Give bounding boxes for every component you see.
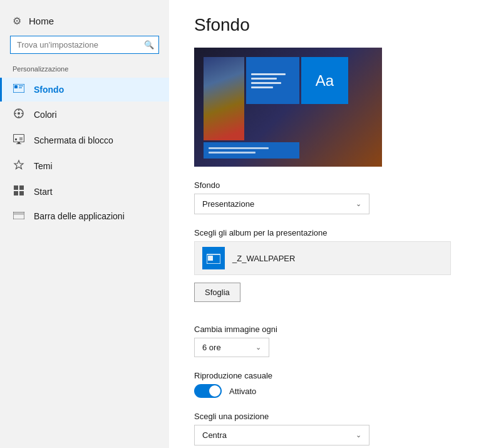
- sidebar-item-barra[interactable]: Barra delle applicazioni: [0, 204, 169, 228]
- tile-bottom: [204, 142, 299, 159]
- sfoglia-button[interactable]: Sfoglia: [194, 283, 240, 302]
- svg-rect-12: [16, 143, 21, 144]
- svg-rect-11: [18, 142, 20, 143]
- posizione-section: Scegli una posizione Centra ⌄: [194, 412, 476, 445]
- schermata-icon: [13, 134, 25, 147]
- cambia-dropdown[interactable]: 6 ore ⌄: [194, 338, 269, 357]
- posizione-value: Centra: [202, 430, 227, 440]
- svg-rect-15: [14, 185, 18, 190]
- wallpaper-preview: Aa: [194, 48, 382, 167]
- main-content: Sfondo Aa Sfondo Presenta: [169, 0, 501, 448]
- search-container: 🔍: [0, 36, 169, 65]
- temi-icon: [13, 159, 25, 173]
- start-icon: [13, 185, 25, 198]
- album-item[interactable]: _Z_WALLPAPER: [194, 241, 451, 275]
- sfondo-dropdown-value: Presentazione: [202, 199, 254, 209]
- sfondo-dropdown-chevron: ⌄: [356, 200, 361, 208]
- sidebar-item-schermata-label: Schermata di blocco: [34, 135, 113, 145]
- home-label: Home: [29, 16, 54, 26]
- home-icon: ⚙: [13, 15, 21, 27]
- svg-rect-18: [19, 191, 24, 195]
- section-label: Personalizzazione: [0, 65, 169, 78]
- sfondo-dropdown[interactable]: Presentazione ⌄: [194, 194, 369, 214]
- album-section-label: Scegli gli album per la presentazione: [194, 228, 476, 237]
- tile-lines: [246, 57, 299, 104]
- sidebar-item-start-label: Start: [34, 187, 53, 197]
- search-input[interactable]: [10, 36, 159, 54]
- sidebar: ⚙ Home 🔍 Personalizzazione Sfondo: [0, 0, 169, 448]
- posizione-chevron: ⌄: [356, 431, 361, 439]
- sidebar-item-start[interactable]: Start: [0, 179, 169, 204]
- sidebar-item-colori-label: Colori: [34, 110, 57, 120]
- svg-rect-14: [19, 137, 23, 140]
- svg-rect-17: [14, 191, 18, 195]
- svg-rect-22: [208, 256, 213, 261]
- casuale-label: Riproduzione casuale: [194, 371, 476, 380]
- sidebar-item-temi[interactable]: Temi: [0, 153, 169, 179]
- toggle-knob: [209, 385, 220, 397]
- casuale-toggle[interactable]: [194, 384, 222, 398]
- sfondo-dropdown-label: Sfondo: [194, 180, 476, 190]
- colori-icon: [13, 108, 25, 122]
- svg-rect-16: [19, 185, 24, 190]
- sidebar-item-temi-label: Temi: [34, 161, 53, 171]
- cambia-label: Cambia immagine ogni: [194, 325, 476, 334]
- barra-icon: [13, 211, 25, 222]
- tile-aa: Aa: [301, 57, 348, 104]
- home-button[interactable]: ⚙ Home: [0, 10, 169, 36]
- cambia-section: Cambia immagine ogni 6 ore ⌄: [194, 325, 476, 357]
- sidebar-item-sfondo-label: Sfondo: [34, 85, 64, 95]
- album-icon: [202, 247, 225, 269]
- sidebar-item-sfondo[interactable]: Sfondo: [0, 78, 169, 102]
- album-section: Scegli gli album per la presentazione _Z…: [194, 228, 476, 313]
- svg-rect-13: [15, 138, 17, 140]
- page-title: Sfondo: [194, 15, 476, 35]
- svg-point-5: [18, 112, 20, 115]
- sidebar-item-colori[interactable]: Colori: [0, 102, 169, 128]
- cambia-value: 6 ore: [202, 343, 221, 352]
- posizione-label: Scegli una posizione: [194, 412, 476, 421]
- sfondo-icon: [13, 84, 25, 95]
- sfondo-section: Sfondo Presentazione ⌄: [194, 180, 476, 214]
- tile-painting: [204, 57, 244, 140]
- cambia-chevron: ⌄: [256, 343, 261, 352]
- album-name: _Z_WALLPAPER: [232, 254, 295, 263]
- casuale-section: Riproduzione casuale Attivato: [194, 371, 476, 398]
- svg-rect-20: [14, 212, 24, 215]
- sidebar-item-barra-label: Barra delle applicazioni: [34, 211, 125, 221]
- toggle-label: Attivato: [229, 387, 256, 396]
- posizione-dropdown[interactable]: Centra ⌄: [194, 425, 369, 445]
- svg-rect-1: [14, 85, 18, 88]
- sidebar-item-schermata-di-blocco[interactable]: Schermata di blocco: [0, 128, 169, 153]
